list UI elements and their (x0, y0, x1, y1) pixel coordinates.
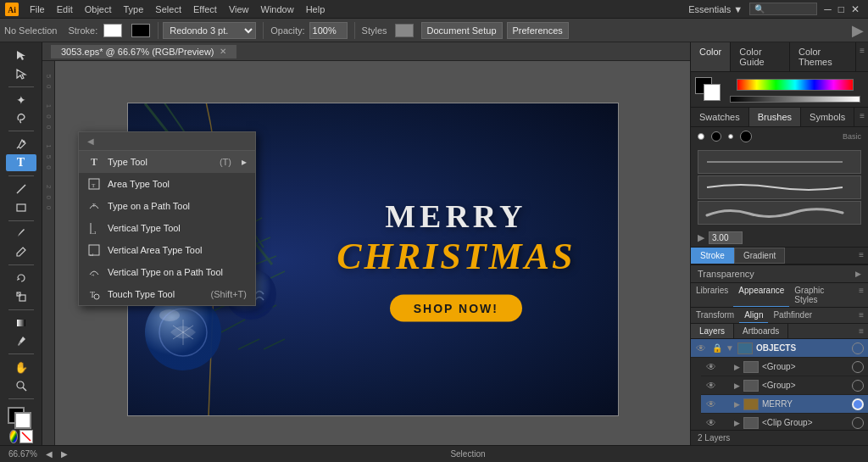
pathfinder-tab[interactable]: Pathfinder (768, 308, 817, 323)
transform-tab[interactable]: Transform (691, 308, 739, 323)
restore-btn[interactable]: □ (838, 3, 844, 15)
bg-swatch[interactable] (704, 84, 721, 101)
scale-tool-btn[interactable] (6, 288, 36, 305)
objects-visibility-toggle[interactable]: 👁 (695, 342, 707, 354)
group2-visibility[interactable]: 👁 (705, 380, 717, 392)
menu-file[interactable]: File (24, 3, 51, 16)
vertical-type-item[interactable]: T Vertical Type Tool (79, 217, 255, 239)
magic-wand-tool-btn[interactable]: ✦ (6, 92, 36, 109)
brush-item-1[interactable] (698, 150, 861, 174)
objects-expand-arrow[interactable]: ▼ (726, 343, 734, 353)
menu-type[interactable]: Type (118, 3, 150, 16)
color-mode-btn[interactable] (9, 430, 18, 443)
paintbrush-tool-btn[interactable] (6, 225, 36, 242)
area-type-tool-item[interactable]: T Area Type Tool (79, 173, 255, 195)
zoom-nav-right[interactable]: ▶ (61, 449, 68, 459)
pencil-tool-btn[interactable] (6, 243, 36, 260)
preferences-btn[interactable]: Preferences (507, 22, 569, 39)
appearance-panel-menu[interactable]: ≡ (854, 283, 868, 307)
color-panel-menu[interactable]: ≡ (856, 42, 868, 71)
layer-group1[interactable]: 👁 ▶ <Group> (701, 358, 868, 376)
type-tool-item[interactable]: T Type Tool (T) ▸ (79, 151, 255, 173)
zoom-nav-left[interactable]: ◀ (46, 449, 53, 459)
brush-dot-4[interactable] (740, 131, 752, 142)
zoom-tool-btn[interactable] (6, 377, 36, 394)
color-gradient-bar[interactable] (737, 79, 854, 91)
menu-select[interactable]: Select (149, 3, 187, 16)
align-tab[interactable]: Align (739, 308, 768, 323)
group1-target-btn[interactable] (852, 361, 864, 373)
appearance-tab[interactable]: Appearance (733, 283, 789, 307)
selection-tool-btn[interactable] (6, 47, 36, 64)
libraries-tab[interactable]: Libraries (691, 283, 733, 307)
stroke-swatch[interactable] (14, 412, 31, 429)
line-tool-btn[interactable] (6, 181, 36, 198)
banner-shop-button[interactable]: SHOP NOW! (390, 295, 522, 322)
brushes-panel-menu[interactable]: ≡ (856, 108, 868, 126)
rect-tool-btn[interactable] (6, 199, 36, 216)
document-tab-item[interactable]: 3053.eps* @ 66.67% (RGB/Preview) ✕ (51, 45, 236, 58)
gradient-tool-btn[interactable] (6, 314, 36, 331)
graphic-styles-tab[interactable]: Graphic Styles (789, 283, 854, 307)
objects-layer-header[interactable]: 👁 🔒 ▼ OBJECTS (691, 339, 868, 358)
tab-close-btn[interactable]: ✕ (220, 47, 226, 56)
swatches-tab[interactable]: Swatches (691, 108, 749, 126)
close-btn[interactable]: ✕ (851, 3, 860, 15)
eyedropper-tool-btn[interactable] (6, 333, 36, 350)
no-color-btn[interactable] (19, 430, 33, 443)
menu-help[interactable]: Help (300, 3, 331, 16)
doc-setup-btn[interactable]: Document Setup (421, 22, 503, 39)
brush-item-2[interactable] (698, 175, 861, 199)
hand-tool-btn[interactable]: ✋ (6, 359, 36, 376)
vertical-type-path-item[interactable]: T Vertical Type on a Path Tool (79, 261, 255, 283)
touch-type-item[interactable]: T Touch Type Tool (Shift+T) (79, 283, 255, 305)
transform-panel-menu[interactable]: ≡ (854, 308, 868, 323)
merry-visibility[interactable]: 👁 (705, 398, 717, 410)
group1-visibility[interactable]: 👁 (705, 361, 717, 373)
fill-color-swatch[interactable] (131, 24, 150, 37)
zoom-level[interactable]: 66.67% (8, 449, 37, 459)
search-field[interactable]: 🔍 (749, 3, 817, 15)
pen-tool-btn[interactable] (6, 136, 36, 153)
clipgroup-expand[interactable]: ▶ (734, 419, 740, 427)
brush-item-3[interactable] (698, 201, 861, 225)
type-tool-btn[interactable]: T (6, 154, 36, 171)
objects-target-btn[interactable] (852, 342, 864, 354)
workspace-dropdown[interactable]: Essentials ▼ (688, 4, 743, 14)
layer-clipgroup[interactable]: 👁 ▶ <Clip Group> (701, 414, 868, 430)
type-on-path-item[interactable]: T Type on a Path Tool (79, 195, 255, 217)
layers-panel-menu[interactable]: ≡ (854, 324, 868, 338)
menu-effect[interactable]: Effect (187, 3, 223, 16)
merry-target-btn[interactable] (852, 398, 864, 410)
artboards-tab[interactable]: Artboards (734, 324, 788, 338)
minimize-btn[interactable]: ─ (824, 3, 832, 15)
merry-expand[interactable]: ▶ (734, 400, 740, 409)
color-tab[interactable]: Color (691, 42, 731, 71)
layer-group2[interactable]: 👁 ▶ <Group> (701, 376, 868, 395)
group1-expand[interactable]: ▶ (734, 363, 740, 371)
symbols-tab[interactable]: Symbols (801, 108, 854, 126)
group2-expand[interactable]: ▶ (734, 381, 740, 390)
vertical-area-type-item[interactable]: T Vertical Area Type Tool (79, 239, 255, 261)
opacity-input[interactable] (309, 22, 348, 39)
rotate-tool-btn[interactable] (6, 270, 36, 287)
brush-size-input[interactable] (709, 231, 743, 244)
stroke-color-swatch[interactable] (103, 24, 122, 37)
menu-object[interactable]: Object (79, 3, 118, 16)
font-selector[interactable]: Redondo 3 pt. (163, 22, 256, 39)
brush-dot-3[interactable] (728, 134, 733, 139)
menu-view[interactable]: View (223, 3, 255, 16)
color-guide-tab[interactable]: Color Guide (731, 42, 790, 71)
styles-preview[interactable] (395, 24, 414, 37)
menu-window[interactable]: Window (255, 3, 300, 16)
objects-lock[interactable]: 🔒 (712, 343, 722, 353)
gradient-tab[interactable]: Gradient (734, 248, 785, 264)
transparency-section[interactable]: Transparency ▶ (691, 264, 868, 282)
brightness-bar[interactable] (730, 96, 860, 103)
menu-edit[interactable]: Edit (51, 3, 79, 16)
stroke-panel-menu[interactable]: ≡ (854, 248, 868, 264)
clipgroup-visibility[interactable]: 👁 (705, 417, 717, 429)
lasso-tool-btn[interactable] (6, 110, 36, 127)
brushes-tab[interactable]: Brushes (749, 108, 801, 126)
color-themes-tab[interactable]: Color Themes (790, 42, 856, 71)
